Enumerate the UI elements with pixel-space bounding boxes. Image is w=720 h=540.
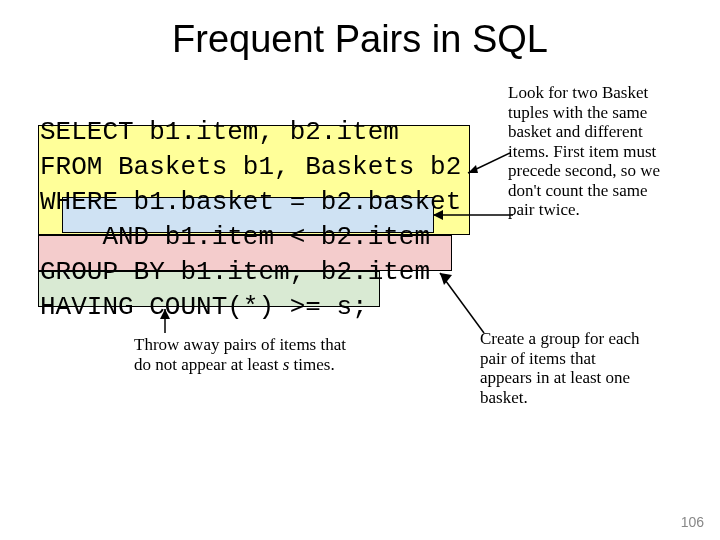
note-bottomleft: Throw away pairs of items that do not ap… bbox=[134, 335, 349, 374]
svg-marker-1 bbox=[468, 165, 478, 173]
arrow-topright bbox=[462, 149, 512, 179]
note-bottomleft-post: times. bbox=[289, 355, 334, 374]
slide-body: SELECT b1.item, b2.item FROM Baskets b1,… bbox=[40, 89, 680, 449]
sql-line-select: SELECT b1.item, b2.item bbox=[40, 117, 399, 147]
sql-code: SELECT b1.item, b2.item FROM Baskets b1,… bbox=[40, 115, 461, 326]
sql-line-having: HAVING COUNT(*) >= s; bbox=[40, 292, 368, 322]
page-number: 106 bbox=[681, 514, 704, 530]
slide-title: Frequent Pairs in SQL bbox=[0, 18, 720, 61]
sql-line-and: AND b1.item < b2.item bbox=[40, 222, 430, 252]
sql-line-where: WHERE b1.basket = b2.basket bbox=[40, 187, 461, 217]
note-bottomright: Create a group for each pair of items th… bbox=[480, 329, 650, 407]
sql-line-from: FROM Baskets b1, Baskets b2 bbox=[40, 152, 461, 182]
sql-line-groupby: GROUP BY b1.item, b2.item bbox=[40, 257, 430, 287]
note-topright: Look for two Basket tuples with the same… bbox=[508, 83, 668, 220]
